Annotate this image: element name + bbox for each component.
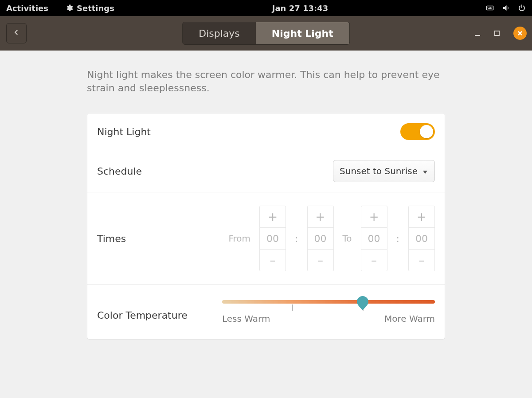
- page-content: Night light makes the screen color warme…: [0, 51, 532, 339]
- from-label: From: [229, 233, 251, 244]
- color-temp-label: Color Temperature: [97, 310, 188, 321]
- close-button[interactable]: [513, 27, 527, 40]
- slider-tick: [292, 304, 293, 311]
- chevron-down-icon: [422, 166, 428, 176]
- from-hour-minus[interactable]: –: [260, 250, 286, 271]
- from-hour-value[interactable]: 00: [260, 227, 286, 250]
- from-min-value[interactable]: 00: [308, 227, 333, 250]
- slider-thumb[interactable]: [356, 296, 369, 311]
- svg-rect-2: [489, 7, 490, 8]
- svg-rect-6: [475, 35, 480, 36]
- clock[interactable]: Jan 27 13:43: [272, 4, 329, 13]
- power-icon[interactable]: [518, 4, 526, 12]
- app-name: Settings: [77, 4, 114, 13]
- close-icon: [517, 30, 523, 36]
- from-min-plus[interactable]: +: [308, 206, 333, 227]
- toggle-knob: [420, 125, 433, 138]
- row-schedule: Schedule Sunset to Sunrise: [87, 150, 445, 192]
- keyboard-icon[interactable]: [486, 4, 494, 12]
- from-hour-spinner: + 00 –: [259, 206, 286, 271]
- time-colon: :: [396, 233, 399, 244]
- minimize-button[interactable]: [474, 30, 481, 36]
- from-hour-plus[interactable]: +: [260, 206, 286, 227]
- gnome-top-bar: Activities Settings Jan 27 13:43: [0, 0, 532, 16]
- schedule-select[interactable]: Sunset to Sunrise: [333, 160, 435, 182]
- volume-icon[interactable]: [502, 4, 510, 12]
- to-min-plus[interactable]: +: [409, 206, 434, 227]
- schedule-label: Schedule: [97, 166, 142, 177]
- svg-marker-10: [423, 171, 427, 174]
- slider-left-label: Less Warm: [222, 313, 270, 324]
- to-hour-plus[interactable]: +: [361, 206, 387, 227]
- back-button[interactable]: [6, 23, 27, 43]
- svg-rect-5: [488, 8, 492, 9]
- svg-rect-1: [488, 7, 489, 8]
- row-night-light: Night Light: [87, 113, 445, 150]
- to-min-value[interactable]: 00: [409, 227, 434, 250]
- headerbar: Displays Night Light: [0, 16, 532, 51]
- activities-button[interactable]: Activities: [6, 4, 48, 13]
- settings-card: Night Light Schedule Sunset to Sunrise: [87, 113, 445, 339]
- to-min-minus[interactable]: –: [409, 250, 434, 271]
- row-times: Times From + 00 – : + 00 – To: [87, 192, 445, 285]
- svg-rect-7: [495, 31, 499, 35]
- from-min-minus[interactable]: –: [308, 250, 333, 271]
- maximize-button[interactable]: [494, 30, 500, 36]
- page-description: Night light makes the screen color warme…: [87, 68, 445, 94]
- to-hour-spinner: + 00 –: [361, 206, 387, 271]
- view-switcher: Displays Night Light: [182, 22, 350, 45]
- to-label: To: [343, 233, 352, 244]
- tab-displays[interactable]: Displays: [183, 22, 256, 44]
- svg-rect-4: [492, 7, 493, 8]
- from-min-spinner: + 00 –: [307, 206, 334, 271]
- color-temp-slider[interactable]: [222, 300, 435, 304]
- night-light-toggle[interactable]: [400, 123, 435, 140]
- night-light-label: Night Light: [97, 126, 151, 137]
- to-hour-minus[interactable]: –: [361, 250, 387, 271]
- tab-night-light[interactable]: Night Light: [256, 22, 349, 44]
- svg-rect-3: [490, 7, 491, 8]
- svg-rect-0: [487, 6, 493, 10]
- slider-right-label: More Warm: [384, 313, 435, 324]
- time-colon: :: [295, 233, 298, 244]
- to-min-spinner: + 00 –: [408, 206, 435, 271]
- app-menu[interactable]: Settings: [65, 4, 114, 13]
- row-color-temperature: Color Temperature Less Warm: [87, 285, 445, 339]
- schedule-value: Sunset to Sunrise: [340, 166, 418, 176]
- gear-icon: [65, 4, 73, 12]
- chevron-left-icon: [12, 28, 20, 38]
- times-label: Times: [97, 233, 126, 244]
- to-hour-value[interactable]: 00: [361, 227, 387, 250]
